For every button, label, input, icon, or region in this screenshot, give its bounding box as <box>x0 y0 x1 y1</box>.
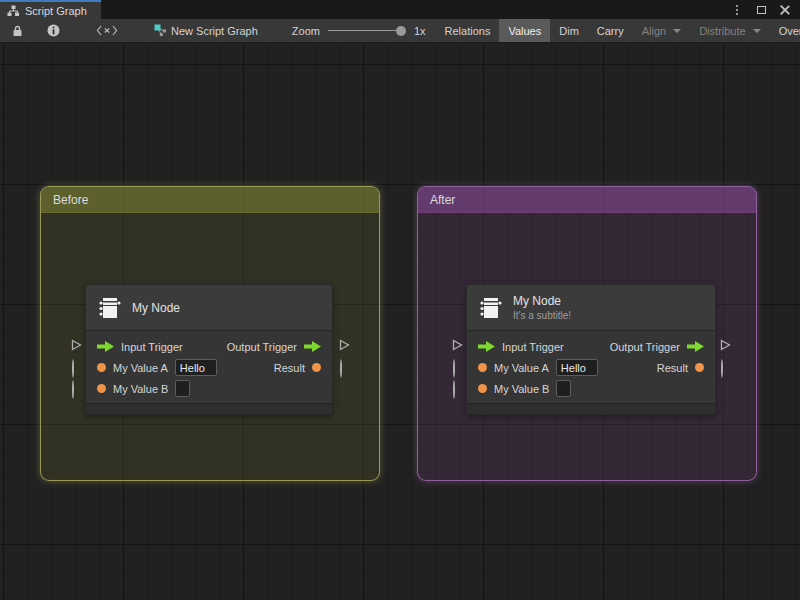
external-value-input-port[interactable] <box>451 360 463 372</box>
graph-canvas[interactable]: Before After <box>0 44 800 600</box>
port-label: Input Trigger <box>502 341 564 353</box>
zoom-label: Zoom <box>292 25 320 37</box>
group-after-header[interactable]: After <box>418 187 756 213</box>
zoom-slider-handle[interactable] <box>396 26 406 36</box>
external-value-input-port[interactable] <box>70 360 82 372</box>
carry-button[interactable]: Carry <box>588 19 633 42</box>
node-footer <box>86 403 332 414</box>
value-port-icon[interactable] <box>478 363 487 372</box>
inspect-button[interactable] <box>35 19 72 42</box>
external-flow-output-port[interactable] <box>338 339 350 351</box>
info-icon <box>47 24 60 37</box>
port-output-trigger[interactable]: Output Trigger <box>610 341 704 353</box>
zoom-control: Zoom 1x <box>282 19 436 42</box>
script-graph-icon <box>154 24 167 37</box>
value-b-input[interactable] <box>556 380 571 397</box>
node-body: Input Trigger Output Trigger My Value A <box>467 331 715 403</box>
tabbar-spacer <box>101 0 722 19</box>
tab-title: Script Graph <box>25 5 87 17</box>
port-input-trigger[interactable]: Input Trigger <box>97 341 183 353</box>
lock-button[interactable] <box>0 19 35 42</box>
flow-in-port-icon[interactable] <box>97 341 114 352</box>
tab-script-graph[interactable]: Script Graph <box>0 0 101 19</box>
node-header[interactable]: My Node <box>86 285 332 331</box>
port-my-value-a[interactable]: My Value A <box>478 359 598 376</box>
port-result[interactable]: Result <box>657 362 704 374</box>
external-value-input-port[interactable] <box>451 381 463 393</box>
flow-out-port-icon[interactable] <box>687 341 704 352</box>
zoom-slider-track <box>328 30 406 31</box>
port-label: Input Trigger <box>121 341 183 353</box>
flow-out-port-icon[interactable] <box>304 341 321 352</box>
node-footer <box>467 403 715 414</box>
port-result[interactable]: Result <box>274 362 321 374</box>
external-flow-input-port[interactable] <box>70 339 82 351</box>
chevron-down-icon <box>673 29 681 33</box>
values-button[interactable]: Values <box>499 19 550 42</box>
group-after-label: After <box>430 193 455 207</box>
port-my-value-a[interactable]: My Value A <box>97 359 217 376</box>
window-maximize-icon[interactable] <box>754 3 768 17</box>
group-before-label: Before <box>53 193 88 207</box>
align-dropdown[interactable]: Align <box>633 19 690 42</box>
node-header[interactable]: My Node It's a subtitle! <box>467 285 715 331</box>
port-label: Output Trigger <box>610 341 680 353</box>
angle-brackets-x-icon <box>96 25 118 36</box>
window-menu-icon[interactable] <box>730 3 744 17</box>
value-port-icon[interactable] <box>97 363 106 372</box>
tab-bar: Script Graph <box>0 0 800 19</box>
graph-title-label: New Script Graph <box>171 25 258 37</box>
unit-icon <box>97 295 123 321</box>
code-preview-button[interactable] <box>72 19 142 42</box>
flow-in-port-icon[interactable] <box>478 341 495 352</box>
external-value-input-port[interactable] <box>70 381 82 393</box>
unit-icon <box>478 295 504 321</box>
port-label: My Value A <box>494 362 549 374</box>
port-label: My Value B <box>113 383 168 395</box>
graph-hierarchy-icon <box>7 5 20 17</box>
group-before-header[interactable]: Before <box>41 187 379 213</box>
external-value-output-port[interactable] <box>338 360 350 372</box>
external-value-output-port[interactable] <box>719 360 731 372</box>
node-subtitle: It's a subtitle! <box>513 310 571 321</box>
external-flow-output-port[interactable] <box>719 339 731 351</box>
node-title: My Node <box>513 294 571 308</box>
port-input-trigger[interactable]: Input Trigger <box>478 341 564 353</box>
relations-button[interactable]: Relations <box>436 19 500 42</box>
distribute-label: Distribute <box>699 25 745 37</box>
lock-icon <box>12 25 23 37</box>
window-close-icon[interactable] <box>778 3 792 17</box>
node-body: Input Trigger Output Trigger My Value A <box>86 331 332 403</box>
value-port-icon[interactable] <box>695 363 704 372</box>
value-port-icon[interactable] <box>97 384 106 393</box>
node-my-node-before[interactable]: My Node Input Trigger Output Trigger <box>85 284 333 415</box>
value-a-input[interactable] <box>556 359 598 376</box>
graph-toolbar: New Script Graph Zoom 1x Relations Value… <box>0 19 800 43</box>
graph-title-button[interactable]: New Script Graph <box>142 19 270 42</box>
zoom-slider[interactable] <box>328 24 406 38</box>
value-port-icon[interactable] <box>478 384 487 393</box>
port-output-trigger[interactable]: Output Trigger <box>227 341 321 353</box>
port-label: My Value A <box>113 362 168 374</box>
port-label: Result <box>274 362 305 374</box>
distribute-dropdown[interactable]: Distribute <box>690 19 769 42</box>
value-b-input[interactable] <box>175 380 190 397</box>
port-my-value-b[interactable]: My Value B <box>97 380 190 397</box>
value-a-input[interactable] <box>175 359 217 376</box>
script-graph-window: Script Graph <box>0 0 800 600</box>
align-label: Align <box>642 25 666 37</box>
port-label: My Value B <box>494 383 549 395</box>
node-my-node-after[interactable]: My Node It's a subtitle! Input Trigger O… <box>466 284 716 415</box>
overview-button[interactable]: Overview <box>770 19 800 42</box>
node-title: My Node <box>132 301 180 315</box>
port-label: Result <box>657 362 688 374</box>
chevron-down-icon <box>753 29 761 33</box>
value-port-icon[interactable] <box>312 363 321 372</box>
port-my-value-b[interactable]: My Value B <box>478 380 571 397</box>
dim-button[interactable]: Dim <box>550 19 588 42</box>
zoom-value: 1x <box>414 25 426 37</box>
port-label: Output Trigger <box>227 341 297 353</box>
external-flow-input-port[interactable] <box>451 339 463 351</box>
